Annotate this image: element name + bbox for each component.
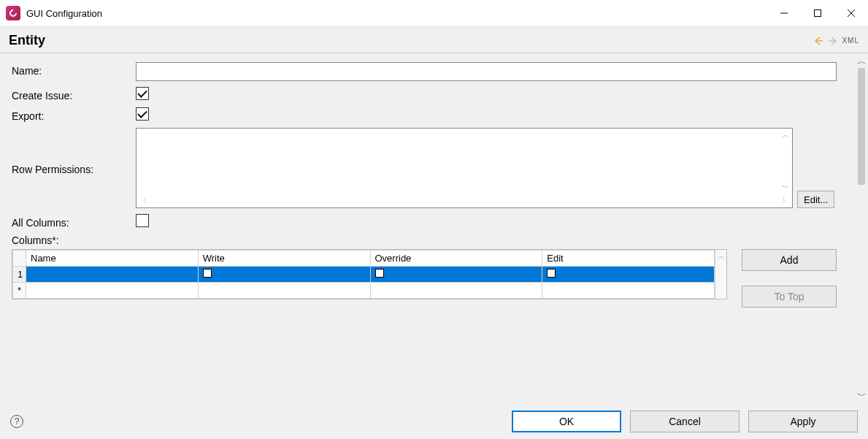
cell-write[interactable] [198, 267, 370, 283]
scroll-thumb[interactable] [858, 68, 865, 185]
col-header-override[interactable]: Override [370, 251, 542, 267]
maximize-button[interactable] [801, 0, 834, 26]
override-checkbox[interactable] [375, 269, 384, 278]
columns-label: Columns*: [12, 234, 849, 246]
export-checkbox[interactable] [136, 107, 149, 121]
write-checkbox[interactable] [203, 269, 212, 278]
scroll-down-icon[interactable]: ﹀ [780, 183, 791, 193]
row-permissions-label: Row Permissions: [12, 161, 136, 175]
table-row[interactable]: 1 [13, 267, 715, 283]
create-issue-label: Create Issue: [12, 87, 136, 102]
all-columns-checkbox[interactable] [136, 214, 149, 227]
window-title: GUI Configuration [26, 8, 102, 19]
scroll-up-icon[interactable]: ︿ [780, 130, 791, 140]
row-number: 1 [13, 267, 26, 283]
new-row-marker: * [13, 283, 26, 299]
cell-name[interactable] [26, 267, 199, 283]
apply-button[interactable]: Apply [748, 411, 858, 432]
xml-link[interactable]: XML [842, 37, 859, 45]
scroll-right-icon[interactable]: 〉 [780, 196, 791, 206]
table-new-row[interactable]: * [13, 283, 715, 299]
app-icon [6, 6, 20, 20]
scroll-left-icon[interactable]: 〈 [138, 196, 148, 206]
to-top-button[interactable]: To Top [742, 286, 837, 308]
nav-back-icon[interactable] [813, 35, 824, 47]
table-header-row: Name Write Override Edit [13, 251, 715, 267]
name-input[interactable] [136, 62, 837, 81]
ok-button[interactable]: OK [512, 411, 621, 432]
edit-permissions-button[interactable]: Edit... [797, 191, 834, 208]
table-scrollbar[interactable]: ︿ [715, 250, 726, 299]
dialog-footer: ? OK Cancel Apply [0, 404, 868, 439]
nav-forward-icon[interactable] [827, 35, 839, 47]
edit-checkbox[interactable] [547, 269, 556, 278]
scroll-up-icon[interactable]: ︿ [856, 56, 867, 66]
scroll-up-icon[interactable]: ︿ [716, 251, 726, 262]
help-icon[interactable]: ? [10, 415, 23, 428]
cell-edit[interactable] [542, 267, 715, 283]
col-header-name[interactable]: Name [26, 251, 199, 267]
create-issue-checkbox[interactable] [136, 87, 149, 100]
col-header-edit[interactable]: Edit [542, 251, 715, 267]
cancel-button[interactable]: Cancel [630, 411, 740, 432]
page-header: Entity XML [0, 27, 868, 53]
scroll-down-icon[interactable]: ﹀ [856, 391, 867, 401]
columns-table: Name Write Override Edit 1 [12, 249, 727, 299]
export-label: Export: [12, 107, 136, 122]
minimize-button[interactable] [767, 0, 801, 26]
cell-override[interactable] [370, 267, 542, 283]
svg-rect-1 [815, 10, 821, 17]
all-columns-label: All Columns: [12, 214, 136, 229]
add-button[interactable]: Add [742, 249, 837, 271]
main-scrollbar[interactable]: ︿ ﹀ [855, 53, 868, 404]
titlebar: GUI Configuration [0, 0, 868, 26]
name-label: Name: [12, 62, 136, 77]
window-controls [767, 0, 868, 26]
row-permissions-field[interactable]: ︿ ﹀ 〈 〉 [136, 128, 793, 208]
page-title: Entity [9, 33, 45, 48]
col-header-write[interactable]: Write [198, 251, 370, 267]
close-button[interactable] [834, 0, 868, 26]
